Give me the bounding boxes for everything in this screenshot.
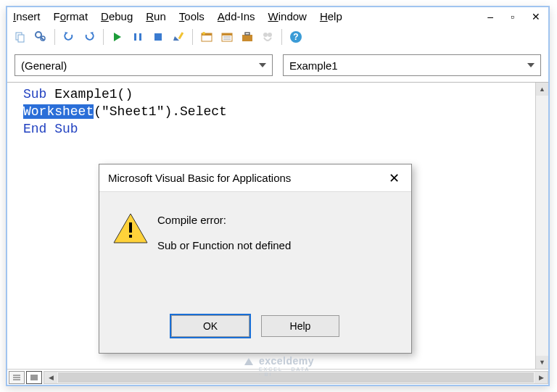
scroll-up-icon[interactable]: ▲ [536, 83, 548, 96]
menu-bar: Insert Format Debug Run Tools Add-Ins Wi… [7, 7, 548, 25]
dropdown-row: (General) Example1 [7, 49, 548, 82]
svg-rect-1 [18, 35, 24, 42]
svg-rect-29 [129, 222, 132, 233]
procedure-dropdown[interactable]: Example1 [283, 54, 541, 76]
code-keyword: End Sub [23, 122, 78, 136]
menu-format[interactable]: Format [54, 10, 88, 22]
menu-window[interactable]: Window [268, 10, 307, 22]
object-browser-icon[interactable] [259, 28, 276, 46]
dialog-error-line1: Compile error: [157, 212, 400, 228]
scroll-down-icon[interactable]: ▼ [536, 356, 548, 369]
full-module-view-button[interactable] [26, 371, 42, 384]
design-mode-icon[interactable] [170, 28, 187, 46]
ok-button[interactable]: OK [171, 315, 249, 337]
scroll-thumb[interactable] [58, 372, 534, 383]
menu-tools[interactable]: Tools [179, 10, 205, 22]
svg-rect-13 [222, 33, 232, 36]
svg-point-19 [268, 33, 272, 37]
chevron-down-icon [259, 63, 266, 67]
close-icon[interactable]: ✕ [386, 170, 403, 186]
vbe-window: Insert Format Debug Run Tools Add-Ins Wi… [6, 6, 550, 386]
standard-toolbar: ? [7, 25, 548, 49]
code-highlight: Worksheet [23, 104, 94, 119]
svg-rect-8 [178, 32, 184, 39]
menu-run[interactable]: Run [146, 10, 166, 22]
svg-point-18 [263, 33, 268, 37]
code-text: ("Sheet1").Select [94, 104, 227, 119]
mdi-close-icon[interactable]: ✕ [529, 11, 542, 22]
toolbox-icon[interactable] [239, 28, 256, 46]
scroll-left-icon[interactable]: ◀ [44, 372, 57, 383]
menu-help[interactable]: Help [320, 10, 342, 22]
warning-icon [112, 212, 153, 315]
project-explorer-icon[interactable] [198, 28, 215, 46]
error-dialog: Microsoft Visual Basic for Applications … [99, 164, 412, 354]
mdi-restore-icon[interactable]: ▫ [508, 11, 516, 22]
dialog-message: Compile error: Sub or Function not defin… [153, 212, 400, 315]
copy-icon[interactable] [12, 28, 29, 46]
dialog-buttons: OK Help [99, 315, 411, 353]
code-keyword: Sub [23, 87, 46, 101]
scroll-right-icon[interactable]: ▶ [535, 372, 548, 383]
view-toggle-row: ◀ ▶ [7, 369, 548, 385]
svg-rect-7 [154, 33, 162, 41]
redo-icon[interactable] [81, 28, 98, 46]
object-dropdown-value: (General) [21, 59, 67, 72]
svg-rect-30 [129, 235, 132, 238]
vertical-scrollbar[interactable]: ▲ ▼ [535, 83, 548, 369]
mdi-minimize-icon[interactable]: – [485, 11, 495, 22]
break-icon[interactable] [129, 28, 147, 46]
help-button[interactable]: Help [261, 315, 339, 337]
help-icon[interactable]: ? [287, 28, 305, 46]
dialog-title: Microsoft Visual Basic for Applications [108, 172, 291, 184]
svg-point-2 [36, 32, 41, 38]
menu-insert[interactable]: Insert [13, 10, 41, 22]
menu-addins[interactable]: Add-Ins [218, 10, 255, 22]
code-text: Example1() [46, 87, 133, 101]
object-dropdown[interactable]: (General) [15, 54, 273, 76]
undo-icon[interactable] [60, 28, 78, 46]
svg-rect-5 [134, 33, 136, 41]
run-icon[interactable] [109, 28, 126, 46]
menu-debug[interactable]: Debug [101, 10, 133, 22]
svg-rect-16 [242, 35, 252, 41]
svg-rect-17 [245, 33, 249, 35]
svg-rect-6 [139, 33, 141, 41]
procedure-dropdown-value: Example1 [289, 59, 338, 72]
horizontal-scrollbar[interactable]: ◀ ▶ [44, 371, 548, 384]
dialog-titlebar[interactable]: Microsoft Visual Basic for Applications … [99, 164, 411, 192]
dialog-error-line2: Sub or Function not defined [157, 238, 400, 253]
svg-point-11 [202, 32, 205, 35]
svg-text:?: ? [293, 32, 298, 42]
reset-icon[interactable] [149, 28, 167, 46]
chevron-down-icon [527, 63, 535, 67]
procedure-view-button[interactable] [9, 371, 25, 384]
properties-icon[interactable] [218, 28, 236, 46]
find-icon[interactable] [32, 28, 49, 46]
